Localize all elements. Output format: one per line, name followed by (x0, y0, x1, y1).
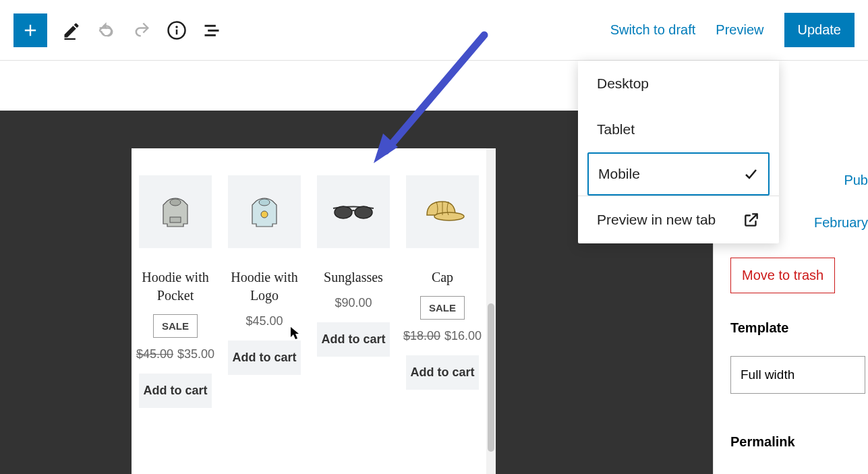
sale-badge: SALE (420, 296, 465, 320)
preview-option-tablet[interactable]: Tablet (578, 107, 779, 152)
preview-in-new-tab[interactable]: Preview in new tab (578, 196, 779, 243)
product-image (406, 175, 479, 248)
svg-point-12 (355, 206, 372, 218)
cap-icon (419, 195, 466, 229)
product-title: Hoodie with Logo (228, 268, 301, 305)
svg-rect-6 (205, 34, 216, 36)
check-icon (743, 166, 759, 182)
svg-rect-5 (208, 29, 219, 31)
product-grid: Hoodie with Pocket SALE $45.00$35.00 Add… (132, 148, 486, 474)
preview-option-mobile[interactable]: Mobile (587, 152, 770, 196)
product-title: Hoodie with Pocket (139, 268, 212, 305)
product-price: $45.00$35.00 (136, 347, 214, 361)
editor-topbar: Switch to draft Preview Update (0, 0, 868, 61)
preview-option-desktop[interactable]: Desktop (578, 61, 779, 107)
edit-tool-button[interactable] (61, 20, 82, 41)
product-price: $18.00$16.00 (403, 329, 482, 343)
undo-icon (97, 21, 116, 40)
redo-button (131, 20, 152, 41)
svg-point-9 (259, 199, 270, 206)
add-to-cart-button[interactable]: Add to cart (139, 374, 212, 408)
add-block-button[interactable] (13, 13, 47, 47)
product-image (317, 175, 390, 248)
hoodie-icon (155, 191, 196, 232)
redo-icon (132, 21, 151, 40)
hoodie-logo-icon (244, 191, 285, 232)
product-card: Sunglasses $90.00 Add to cart (317, 175, 390, 472)
switch-to-draft-button[interactable]: Switch to draft (610, 22, 696, 38)
pencil-icon (62, 21, 81, 40)
preview-option-mobile-label: Mobile (598, 166, 640, 182)
svg-rect-8 (170, 217, 181, 223)
scrollbar-thumb[interactable] (488, 303, 494, 452)
info-icon (167, 20, 187, 40)
outline-icon (202, 21, 221, 40)
product-card: Hoodie with Logo $45.00 Add to cart (228, 175, 301, 472)
preview-new-tab-label: Preview in new tab (597, 212, 716, 228)
topbar-left-tools (13, 13, 223, 47)
svg-point-7 (170, 199, 181, 206)
product-title: Sunglasses (324, 268, 383, 287)
product-title: Cap (432, 268, 453, 287)
product-image (228, 175, 301, 248)
preview-scrollbar[interactable] (486, 148, 496, 474)
svg-rect-4 (205, 24, 216, 26)
permalink-heading: Permalink (730, 434, 868, 450)
product-card: Cap SALE $18.00$16.00 Add to cart (406, 175, 479, 472)
product-price: $45.00 (245, 314, 283, 328)
external-link-icon (743, 211, 760, 229)
info-button[interactable] (166, 20, 187, 41)
product-price: $90.00 (335, 296, 372, 310)
add-to-cart-button[interactable]: Add to cart (228, 340, 301, 375)
product-image (139, 175, 212, 248)
template-heading: Template (730, 320, 868, 336)
svg-point-10 (261, 211, 268, 218)
topbar-right-actions: Switch to draft Preview Update (610, 13, 855, 47)
product-card: Hoodie with Pocket SALE $45.00$35.00 Add… (139, 175, 212, 472)
sale-badge: SALE (153, 314, 198, 338)
update-button[interactable]: Update (784, 13, 855, 47)
svg-point-11 (335, 206, 352, 218)
add-to-cart-button[interactable]: Add to cart (317, 322, 390, 357)
mobile-preview-frame: Hoodie with Pocket SALE $45.00$35.00 Add… (132, 148, 496, 474)
preview-button[interactable]: Preview (716, 22, 763, 38)
undo-button (96, 20, 117, 41)
plus-icon (21, 21, 40, 40)
svg-point-13 (434, 212, 464, 220)
add-to-cart-button[interactable]: Add to cart (406, 355, 479, 390)
outline-button[interactable] (201, 20, 223, 41)
svg-point-2 (175, 26, 178, 28)
svg-rect-3 (176, 29, 178, 34)
svg-rect-0 (65, 38, 76, 39)
preview-dropdown-menu: Desktop Tablet Mobile Preview in new tab (578, 61, 779, 243)
sunglasses-icon (330, 202, 377, 222)
template-select[interactable]: Full width (730, 356, 865, 394)
move-to-trash-button[interactable]: Move to trash (730, 258, 835, 293)
